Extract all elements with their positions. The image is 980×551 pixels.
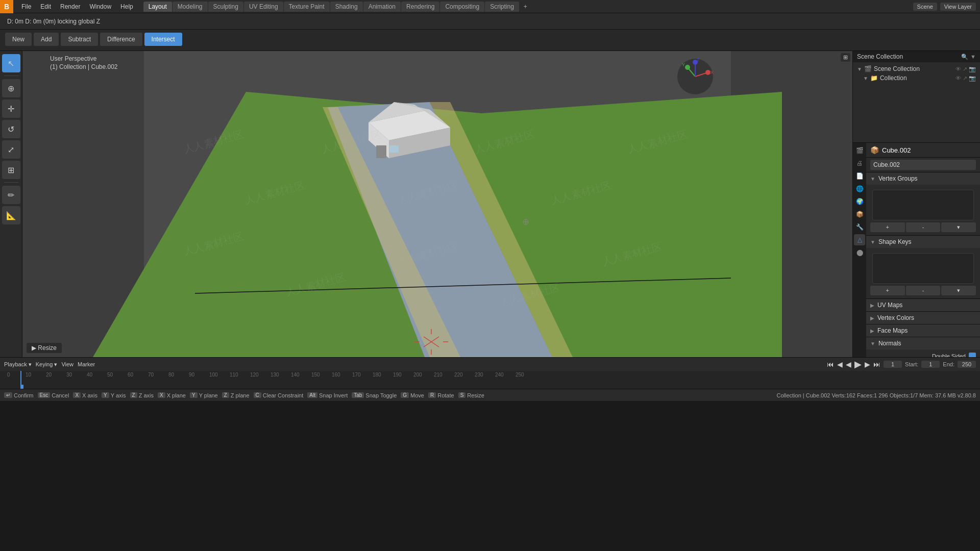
playback-dropdown[interactable]: Playback ▾ [4, 361, 32, 368]
col-select-icon[interactable]: ↗ [963, 75, 967, 82]
prop-mesh-icon[interactable]: △ [854, 234, 865, 245]
tab-compositing[interactable]: Compositing [440, 2, 484, 12]
col-eye-icon[interactable]: 👁 [955, 75, 961, 82]
snap-invert-label[interactable]: Snap Invert [319, 392, 348, 398]
confirm-label[interactable]: Confirm [14, 392, 34, 398]
eye-icon[interactable]: 👁 [955, 66, 961, 72]
normals-header[interactable]: ▼ Normals [866, 337, 980, 349]
cancel-label[interactable]: Cancel [52, 392, 69, 398]
uv-maps-header[interactable]: ▶ UV Maps [866, 299, 980, 311]
sk-menu-btn[interactable]: ▾ [941, 286, 976, 295]
tab-uv-editing[interactable]: UV Editing [244, 2, 283, 12]
z-axis-label[interactable]: Z axis [139, 392, 154, 398]
bool-subtract-btn[interactable]: Subtract [61, 33, 98, 46]
move-label[interactable]: Move [410, 392, 424, 398]
y-axis-label[interactable]: Y axis [111, 392, 126, 398]
play-btn[interactable]: ▶ [854, 359, 862, 370]
tool-cursor[interactable]: ⊕ [2, 79, 20, 97]
prev-keyframe-btn[interactable]: ◀ [837, 360, 843, 368]
menu-edit[interactable]: Edit [36, 2, 55, 11]
outliner-collection[interactable]: ▼ 📁 Collection 👁 ↗ 📷 [855, 73, 978, 83]
tool-scale[interactable]: ⤢ [2, 140, 20, 159]
mesh-name-input[interactable]: Cube.002 [870, 160, 976, 170]
tab-modeling[interactable]: Modeling [173, 2, 208, 12]
vg-add-btn[interactable]: + [870, 222, 905, 232]
x-plane-label[interactable]: X plane [167, 392, 186, 398]
info-text: Collection | Cube.002 Verts:162 Faces:1 … [776, 392, 976, 398]
tab-animation[interactable]: Animation [363, 2, 401, 12]
tool-annotate[interactable]: ✏ [2, 186, 20, 204]
rotate-label[interactable]: Rotate [437, 392, 454, 398]
prop-modifier-icon[interactable]: 🔧 [854, 221, 865, 233]
scene-selector[interactable]: Scene [913, 3, 937, 11]
next-keyframe-btn[interactable]: ▶ [865, 360, 870, 368]
play-reverse-btn[interactable]: ◀ [846, 360, 851, 368]
prop-world-icon[interactable]: 🌍 [854, 196, 865, 207]
tool-rotate[interactable]: ↺ [2, 120, 20, 138]
outliner-scene-collection[interactable]: ▼ 🎬 Scene Collection 👁 ↗ 📷 [855, 64, 978, 73]
frame-start-input[interactable]: 1 [921, 361, 940, 368]
normals-body: Double Sided Auto Smooth ✓ Angle 30° [866, 349, 980, 357]
tool-select[interactable]: ↖ [2, 54, 20, 72]
bool-add-btn[interactable]: Add [34, 33, 59, 46]
viewport-corner-toggle[interactable]: ⊞ [841, 53, 850, 62]
prop-render-icon[interactable]: 🎬 [854, 145, 865, 156]
prop-material-icon[interactable]: ⬤ [854, 247, 865, 258]
frame-current-input[interactable]: 1 [884, 361, 902, 368]
jump-end-btn[interactable]: ⏭ [873, 360, 880, 368]
z-plane-label[interactable]: Z plane [231, 392, 250, 398]
resize-label[interactable]: Resize [467, 392, 484, 398]
double-sided-checkbox[interactable] [969, 353, 976, 357]
tab-add[interactable]: + [520, 2, 531, 12]
prop-scene-icon[interactable]: 🌐 [854, 183, 865, 194]
tab-scripting[interactable]: Scripting [485, 2, 519, 12]
timeline-track[interactable]: 0 10 20 30 40 50 60 70 80 90 100 110 120… [0, 371, 980, 389]
vg-remove-btn[interactable]: - [906, 222, 941, 232]
prop-view-layer-icon[interactable]: 📄 [854, 170, 865, 182]
menu-help[interactable]: Help [116, 2, 137, 11]
keying-dropdown[interactable]: Keying ▾ [36, 361, 58, 368]
resize-bar[interactable]: ▶ Resize [27, 343, 62, 353]
collection-name: Collection [880, 74, 907, 82]
clear-constraint-label[interactable]: Clear Constraint [263, 392, 303, 398]
vertex-groups-header[interactable]: ▼ Vertex Groups [866, 172, 980, 185]
snap-toggle-label[interactable]: Snap Toggle [365, 392, 397, 398]
outliner-filter-icon[interactable]: 🔍 [961, 54, 968, 60]
viewport[interactable]: 人人素材社区 人人素材社区 人人素材社区 人人素材社区 人人素材社区 人人素材社… [22, 51, 852, 357]
x-axis-label[interactable]: X axis [82, 392, 97, 398]
normals-section: ▼ Normals Double Sided Auto Smooth ✓ [866, 337, 980, 357]
bool-intersect-btn[interactable]: Intersect [144, 33, 182, 46]
view-layer-selector[interactable]: View Layer [940, 3, 976, 11]
tool-measure[interactable]: 📐 [2, 206, 20, 224]
menu-file[interactable]: File [17, 2, 35, 11]
prop-output-icon[interactable]: 🖨 [854, 158, 865, 169]
face-maps-header[interactable]: ▶ Face Maps [866, 324, 980, 337]
menu-window[interactable]: Window [85, 2, 115, 11]
tool-transform[interactable]: ⊞ [2, 161, 20, 179]
tab-texture-paint[interactable]: Texture Paint [284, 2, 330, 12]
bool-difference-btn[interactable]: Difference [100, 33, 142, 46]
col-render-icon[interactable]: 📷 [969, 75, 976, 82]
outliner-sort-icon[interactable]: ▼ [970, 54, 976, 60]
tab-shading[interactable]: Shading [330, 2, 363, 12]
prop-object-icon[interactable]: 📦 [854, 209, 865, 220]
shape-keys-header[interactable]: ▼ Shape Keys [866, 236, 980, 248]
render-icon[interactable]: 📷 [969, 66, 976, 72]
vertex-colors-header[interactable]: ▶ Vertex Colors [866, 312, 980, 324]
menu-render[interactable]: Render [56, 2, 84, 11]
view-dropdown[interactable]: View [61, 361, 74, 367]
bool-new-btn[interactable]: New [5, 33, 32, 46]
vg-menu-btn[interactable]: ▾ [941, 222, 976, 232]
jump-start-btn[interactable]: ⏮ [827, 360, 834, 368]
tool-move[interactable]: ✛ [2, 99, 20, 118]
marker-dropdown[interactable]: Marker [78, 361, 95, 367]
frame-end-input[interactable]: 250 [958, 361, 976, 368]
sk-remove-btn[interactable]: - [906, 286, 941, 295]
select-icon[interactable]: ↗ [963, 66, 967, 72]
tab-layout[interactable]: Layout [143, 2, 172, 12]
sk-add-btn[interactable]: + [870, 286, 905, 295]
tab-sculpting[interactable]: Sculpting [208, 2, 243, 12]
tab-rendering[interactable]: Rendering [401, 2, 439, 12]
y-plane-label[interactable]: Y plane [199, 392, 218, 398]
normals-title: Normals [878, 340, 901, 347]
